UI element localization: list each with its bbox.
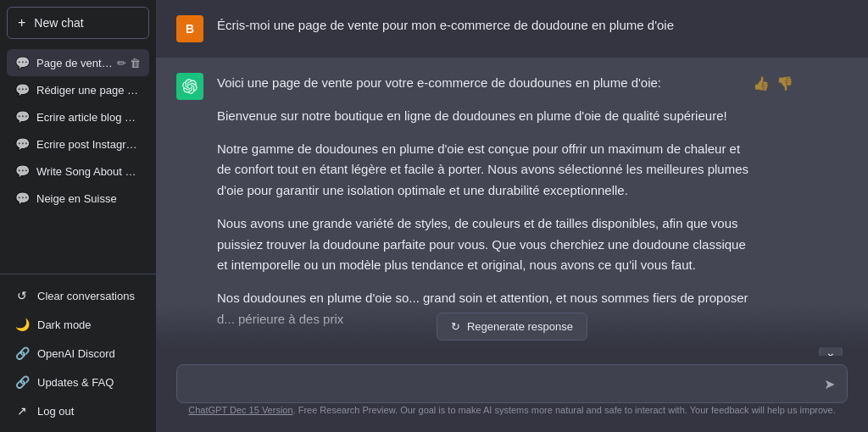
chat-item-label-5: Neige en Suisse <box>36 192 141 205</box>
chat-item-label-4: Write Song About Geekworks <box>36 165 141 178</box>
chat-icon-0: 💬 <box>15 56 30 69</box>
dark-mode-label: Dark mode <box>37 318 92 331</box>
sidebar-top: + New chat <box>0 0 156 46</box>
faq-button[interactable]: 🔗 Updates & FAQ <box>7 368 149 396</box>
sidebar-item-active[interactable]: 💬 Page de vente doudou ✏ 🗑 <box>7 49 149 76</box>
chat-icon-5: 💬 <box>15 191 30 205</box>
plus-icon: + <box>18 16 25 30</box>
chat-icon-2: 💬 <box>15 110 30 124</box>
regenerate-icon: ↻ <box>451 320 460 333</box>
user-avatar: B <box>176 15 203 42</box>
chat-item-actions: ✏ 🗑 <box>117 57 141 69</box>
chat-input[interactable] <box>189 374 817 394</box>
sidebar-item-1[interactable]: 💬 Rédiger une page de vente p <box>7 76 149 103</box>
chat-list: 💬 Page de vente doudou ✏ 🗑 💬 Rédiger une… <box>0 46 156 274</box>
moon-icon: 🌙 <box>15 318 29 331</box>
new-chat-button[interactable]: + New chat <box>7 7 149 39</box>
assistant-para-1: Notre gamme de doudounes en plume d'oie … <box>217 139 753 202</box>
edit-icon[interactable]: ✏ <box>117 57 126 69</box>
discord-icon: 🔗 <box>15 346 29 360</box>
discord-label: OpenAI Discord <box>37 347 115 360</box>
assistant-message-row: Voici une page de vente pour votre e-com… <box>156 58 868 346</box>
assistant-avatar <box>176 73 203 100</box>
discord-button[interactable]: 🔗 OpenAI Discord <box>7 339 149 368</box>
send-icon: ➤ <box>824 376 835 392</box>
sidebar-item-3[interactable]: 💬 Ecrire post Instagram sur les <box>7 130 149 158</box>
logout-label: Log out <box>37 405 74 418</box>
message-feedback: 👍 👎 <box>753 73 793 95</box>
input-area: ➤ ChatGPT Dec 15 Version. Free Research … <box>156 356 868 432</box>
input-wrapper: ➤ <box>176 364 848 403</box>
assistant-para-0: Bienvenue sur notre boutique en ligne de… <box>217 106 753 127</box>
thumbs-up-button[interactable]: 👍 <box>753 73 770 95</box>
sidebar-item-2[interactable]: 💬 Ecrire article blog chocolat s <box>7 103 149 130</box>
faq-icon: 🔗 <box>15 375 29 389</box>
chat-item-label-2: Ecrire article blog chocolat s <box>36 111 141 124</box>
regenerate-label: Regenerate response <box>467 320 573 333</box>
user-message-row: B Écris-moi une page de vente pour mon e… <box>156 0 868 58</box>
chat-item-label-3: Ecrire post Instagram sur les <box>36 138 141 151</box>
user-message-content: Écris-moi une page de vente pour mon e-c… <box>217 15 793 36</box>
footer-text: ChatGPT Dec 15 Version. Free Research Pr… <box>176 403 848 420</box>
sidebar-item-4[interactable]: 💬 Write Song About Geekworks <box>7 158 149 185</box>
logout-icon: ↗ <box>15 404 29 418</box>
assistant-message-content: Voici une page de vente pour votre e-com… <box>217 73 793 330</box>
chat-item-label-1: Rédiger une page de vente p <box>36 84 141 97</box>
clear-conversations-button[interactable]: ↺ Clear conversations <box>7 281 149 310</box>
openai-logo-icon <box>182 79 198 94</box>
user-message-text: Écris-moi une page de vente pour mon e-c… <box>217 18 674 32</box>
trash-icon[interactable]: 🗑 <box>130 57 141 69</box>
chat-icon-1: 💬 <box>15 83 30 97</box>
main-content: B Écris-moi une page de vente pour mon e… <box>156 0 868 432</box>
assistant-intro: Voici une page de vente pour votre e-com… <box>217 73 753 94</box>
sidebar: + New chat 💬 Page de vente doudou ✏ 🗑 💬 … <box>0 0 156 432</box>
dark-mode-button[interactable]: 🌙 Dark mode <box>7 310 149 339</box>
footer-link[interactable]: ChatGPT Dec 15 Version <box>188 405 292 415</box>
faq-label: Updates & FAQ <box>37 376 114 389</box>
chat-messages: B Écris-moi une page de vente pour mon e… <box>156 0 868 356</box>
chat-item-label-0: Page de vente doudou <box>36 57 114 69</box>
logout-button[interactable]: ↗ Log out <box>7 396 149 425</box>
thumbs-down-button[interactable]: 👎 <box>776 73 793 95</box>
clear-conversations-label: Clear conversations <box>37 290 135 302</box>
sidebar-item-5[interactable]: 💬 Neige en Suisse <box>7 185 149 212</box>
chat-icon-3: 💬 <box>15 137 30 151</box>
regenerate-button[interactable]: ↻ Regenerate response <box>437 313 587 341</box>
clear-icon: ↺ <box>15 289 29 302</box>
send-button[interactable]: ➤ <box>824 376 835 392</box>
chat-icon-4: 💬 <box>15 164 30 178</box>
sidebar-bottom: ↺ Clear conversations 🌙 Dark mode 🔗 Open… <box>0 274 156 432</box>
assistant-para-2: Nous avons une grande variété de styles,… <box>217 213 753 276</box>
new-chat-label: New chat <box>34 16 83 30</box>
